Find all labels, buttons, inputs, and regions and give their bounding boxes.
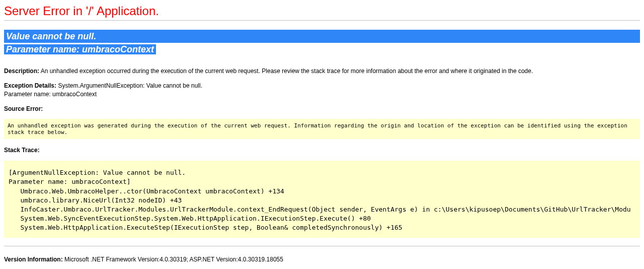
stack-trace-label: Stack Trace:	[4, 147, 40, 154]
version-label: Version Information:	[4, 256, 63, 263]
exception-details-label: Exception Details:	[4, 82, 56, 89]
description-label: Description:	[4, 68, 39, 75]
version-section: Version Information: Microsoft .NET Fram…	[4, 255, 640, 264]
stack-trace-box: [ArgumentNullException: Value cannot be …	[4, 161, 640, 238]
error-message-line2: Parameter name: umbracoContext	[4, 44, 156, 54]
source-error-section: Source Error:	[4, 105, 640, 113]
error-banner: Value cannot be null. Parameter name: um…	[4, 30, 640, 56]
divider-bottom	[4, 246, 640, 246]
exception-details-section: Exception Details: System.ArgumentNullEx…	[4, 82, 640, 99]
exception-details-text: System.ArgumentNullException: Value cann…	[58, 82, 202, 89]
description-section: Description: An unhandled exception occu…	[4, 67, 640, 76]
error-message-line1: Value cannot be null.	[4, 30, 640, 43]
stack-trace-section: Stack Trace:	[4, 146, 640, 155]
source-error-box: An unhandled exception was generated dur…	[4, 119, 640, 139]
exception-details-text2: Parameter name: umbracoContext	[4, 91, 97, 98]
description-text: An unhandled exception occurred during t…	[41, 68, 533, 75]
version-text: Microsoft .NET Framework Version:4.0.303…	[64, 256, 283, 263]
source-error-label: Source Error:	[4, 105, 43, 112]
divider	[4, 20, 640, 21]
page-title: Server Error in '/' Application.	[4, 4, 640, 18]
